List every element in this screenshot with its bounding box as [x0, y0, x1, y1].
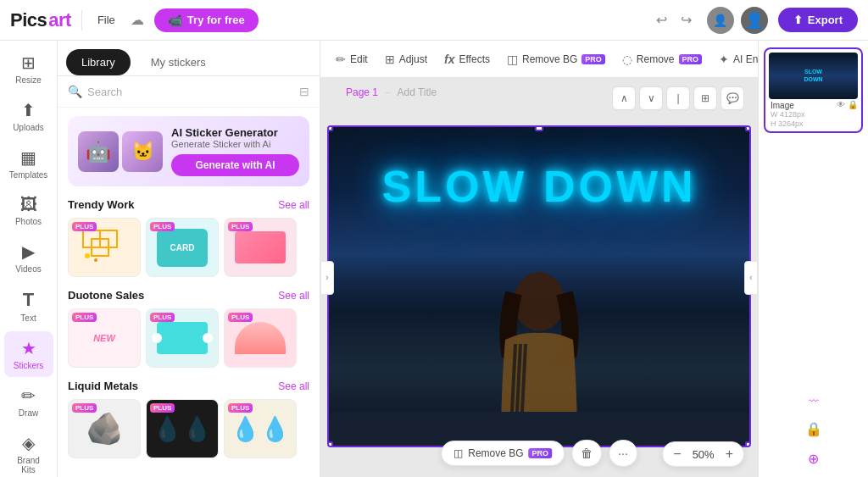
sidebar-item-resize[interactable]: ⊞ Resize — [4, 46, 53, 92]
delete-button[interactable]: 🗑 — [571, 440, 602, 467]
sidebar-item-uploads[interactable]: ⬆ Uploads — [4, 93, 53, 139]
resize-icon: ⊞ — [21, 53, 36, 73]
neon-text: SLOW DOWN — [381, 161, 696, 212]
toolbar-effects[interactable]: fx Effects — [437, 48, 497, 70]
ai-banner-image: 🤖 — [78, 131, 119, 172]
panel-search-bar: 🔍 ⊟ — [58, 76, 320, 108]
canvas-up-btn[interactable]: ∧ — [612, 86, 636, 110]
pro-badge-remove: PRO — [679, 54, 703, 64]
gold-drops: 💧💧 — [231, 415, 290, 443]
camera-icon: 📹 — [168, 14, 182, 27]
canvas-down-btn[interactable]: ∨ — [639, 86, 663, 110]
plus-badge: PLUS — [72, 222, 97, 231]
logo-art: art — [48, 9, 71, 31]
toolbar-ai-enhance[interactable]: ✦ AI Enhance NEW — [712, 48, 758, 70]
handle-tr[interactable] — [745, 125, 751, 131]
templates-icon: ▦ — [20, 147, 36, 168]
trendy-work-items: PLUS PLUS CARD PLUS — [68, 218, 309, 277]
panel-content: 🤖 🐱 AI Sticker Generator Generate Sticke… — [58, 108, 320, 477]
handle-tl[interactable] — [327, 125, 333, 131]
section-liquid-metals-header: Liquid Metals See all — [68, 380, 309, 392]
canvas-chat-btn[interactable]: 💬 — [721, 86, 744, 110]
sticker-item-lm3[interactable]: PLUS 💧💧 — [224, 399, 297, 458]
handle-br[interactable] — [745, 441, 751, 447]
section-liquid-metals-title: Liquid Metals — [68, 380, 138, 392]
layer-height: H 3264px — [769, 119, 858, 128]
zoom-minus-button[interactable]: − — [671, 446, 682, 462]
user-avatar[interactable]: 👤 — [741, 7, 768, 34]
sticker-item-ds3[interactable]: PLUS — [224, 308, 297, 368]
header-divider — [81, 10, 82, 31]
eye-icon[interactable]: 👁 — [837, 100, 845, 109]
sidebar-item-stickers[interactable]: ★ Stickers — [4, 331, 53, 377]
section-duotone-sales-see-all[interactable]: See all — [278, 290, 309, 302]
canvas-wrapper: SLOW DOWN — [327, 125, 751, 447]
remove-bg-bottom-button[interactable]: ◫ Remove BG PRO — [441, 441, 565, 466]
file-menu[interactable]: File — [92, 10, 120, 30]
canvas-header-controls: ∧ ∨ | ⊞ 💬 — [612, 86, 744, 110]
section-liquid-metals-see-all[interactable]: See all — [278, 380, 309, 392]
toolbar-remove[interactable]: ◌ Remove PRO — [615, 48, 709, 70]
logo: Picsart — [10, 9, 71, 31]
cloud-icon[interactable]: ☁ — [131, 12, 144, 28]
thumbnail-text: SLOWDOWN — [804, 69, 822, 83]
sidebar-item-templates[interactable]: ▦ Templates — [4, 141, 53, 186]
sidebar-item-photos[interactable]: 🖼 Photos — [4, 188, 53, 233]
sidebar-label-templates: Templates — [9, 170, 48, 180]
plus-badge: PLUS — [228, 222, 253, 231]
sticker-item-tw3[interactable]: PLUS — [224, 218, 297, 277]
generate-with-ai-button[interactable]: Generate with AI — [171, 154, 299, 176]
rs-extra-icon[interactable]: ⊕ — [804, 447, 822, 470]
half-dome-shape — [235, 322, 286, 354]
rs-lock-icon[interactable]: 🔒 — [802, 418, 826, 441]
try-free-button[interactable]: 📹 Try for free — [154, 8, 259, 32]
tab-library[interactable]: Library — [66, 49, 131, 75]
toolbar-edit[interactable]: ✏ Edit — [329, 48, 375, 70]
logo-text: Pics — [10, 9, 47, 31]
right-sidebar-icons: 〰 🔒 ⊕ — [764, 389, 863, 470]
right-panel-collapse-arrow[interactable]: ‹ — [744, 261, 758, 295]
tab-my-stickers[interactable]: My stickers — [136, 49, 221, 75]
sidebar-label-draw: Draw — [19, 408, 38, 418]
page-label: Page 1 — [346, 86, 378, 98]
pink-card-content — [235, 231, 286, 263]
redo-button[interactable]: ↪ — [676, 8, 697, 31]
sticker-item-lm1[interactable]: PLUS 🪨 — [68, 399, 141, 458]
sidebar-item-draw[interactable]: ✏ Draw — [4, 379, 53, 424]
sticker-panel: Library My stickers 🔍 ⊟ 🤖 🐱 AI Sticker G… — [58, 41, 320, 477]
search-input[interactable] — [87, 86, 294, 98]
handle-tm[interactable] — [535, 125, 543, 131]
panel-collapse-arrow[interactable]: › — [320, 261, 334, 295]
toolbar-remove-bg[interactable]: ◫ Remove BG PRO — [500, 48, 612, 70]
pro-badge-bottom: PRO — [529, 448, 553, 458]
zoom-plus-button[interactable]: + — [724, 446, 735, 462]
sticker-item-ds1[interactable]: PLUS NEW — [68, 308, 141, 368]
sticker-item-lm2[interactable]: PLUS 💧💧 — [146, 399, 219, 458]
lock-icon[interactable]: 🔒 — [848, 100, 858, 109]
sticker-item-tw1[interactable]: PLUS — [68, 218, 141, 277]
sidebar-item-brand-kits[interactable]: ◈ Brand Kits — [4, 426, 53, 477]
toolbar-adjust[interactable]: ⊞ Adjust — [378, 48, 434, 70]
photos-icon: 🖼 — [20, 195, 37, 214]
more-options-button[interactable]: ··· — [609, 440, 637, 467]
export-button[interactable]: ⬆ Export — [778, 8, 858, 32]
canvas-title[interactable]: Add Title — [397, 86, 437, 98]
sticker-item-tw2[interactable]: PLUS CARD — [146, 218, 219, 277]
section-trendy-work: Trendy Work See all PLUS — [68, 198, 309, 277]
handle-bl[interactable] — [327, 441, 333, 447]
panel-tabs: Library My stickers — [58, 41, 320, 76]
remove-label: Remove — [637, 53, 675, 65]
sidebar-item-text[interactable]: T Text — [4, 282, 53, 330]
user-profile-icon[interactable]: 👤 — [707, 7, 734, 34]
canvas-expand-btn[interactable]: ⊞ — [693, 86, 717, 110]
silver-blob: 🪨 — [86, 411, 124, 446]
ai-banner-images: 🤖 🐱 — [78, 131, 163, 172]
svg-point-5 — [514, 272, 565, 331]
canvas-image[interactable]: SLOW DOWN — [327, 125, 751, 447]
undo-button[interactable]: ↩ — [651, 8, 672, 31]
layer-item-image[interactable]: SLOWDOWN Image 👁 🔒 W 4128px H 3264px — [764, 47, 863, 133]
sidebar-item-videos[interactable]: ▶ Videos — [4, 235, 53, 280]
sticker-item-ds2[interactable]: PLUS — [146, 308, 219, 368]
filter-icon[interactable]: ⊟ — [299, 85, 309, 98]
section-trendy-work-see-all[interactable]: See all — [278, 199, 309, 211]
